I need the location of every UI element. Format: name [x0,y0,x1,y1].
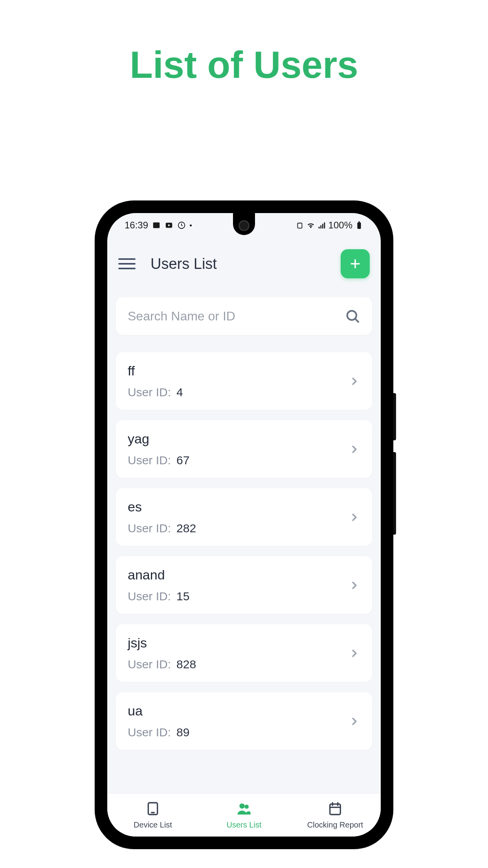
svg-rect-4 [297,223,302,228]
user-card[interactable]: jsjs User ID: 828 [116,624,372,682]
nav-label: Clocking Report [307,820,363,829]
user-id-value: 828 [176,658,196,671]
tablet-icon [145,801,161,818]
phone-notch [233,213,255,235]
nav-item-users-list[interactable]: Users List [198,794,290,837]
chevron-right-icon [349,715,360,727]
header-title: Users List [150,256,341,272]
nav-item-clocking-report[interactable]: Clocking Report [290,794,381,837]
svg-point-17 [239,804,244,809]
user-id-value: 15 [176,590,189,603]
svg-rect-9 [357,223,361,229]
svg-point-18 [244,805,249,809]
svg-rect-0 [153,223,160,228]
video-icon [165,221,173,230]
svg-rect-10 [358,221,360,223]
battery-icon [355,221,363,230]
user-card[interactable]: es User ID: 282 [116,488,372,546]
user-id-label: User ID: [128,658,171,671]
menu-button[interactable] [118,255,136,272]
nav-label: Users List [227,820,262,829]
user-card[interactable]: anand User ID: 15 [116,556,372,614]
chevron-right-icon [349,579,360,591]
user-name: yag [128,431,349,447]
svg-rect-5 [318,227,319,229]
svg-rect-7 [322,224,323,228]
user-id-value: 282 [176,522,196,535]
page-title: List of Users [0,43,488,86]
chevron-right-icon [349,443,360,455]
user-id-label: User ID: [128,386,171,399]
status-time: 16:39 [125,220,148,231]
users-list: ff User ID: 4 yag User ID: 67 es User ID… [107,352,381,793]
search-bar [116,297,372,335]
bottom-nav: Device ListUsers ListClocking Report [107,793,381,837]
battery-text: 100% [328,220,352,231]
nav-item-device-list[interactable]: Device List [107,794,198,837]
user-name: jsjs [128,635,349,651]
user-id-value: 89 [176,726,189,739]
sync-icon [177,221,186,230]
user-name: ff [128,363,349,379]
signal-icon [317,221,326,230]
status-dot [190,224,192,226]
user-id-label: User ID: [128,454,171,467]
chevron-right-icon [349,375,360,387]
user-card[interactable]: ff User ID: 4 [116,352,372,410]
phone-mockup: 16:39 [95,200,393,849]
add-user-button[interactable] [341,249,370,278]
nav-label: Device List [134,820,172,829]
svg-rect-8 [324,223,325,229]
svg-line-14 [356,319,359,322]
svg-rect-19 [330,804,341,815]
phone-side-button [393,452,396,535]
plus-icon [349,257,362,270]
image-icon [152,221,161,230]
chevron-right-icon [349,511,360,523]
user-name: anand [128,567,349,583]
alarm-icon [295,221,304,230]
phone-side-button [393,393,396,440]
users-icon [236,801,252,818]
user-id-value: 67 [176,454,189,467]
wifi-icon [306,221,315,230]
search-input[interactable] [128,309,345,324]
user-id-value: 4 [176,386,183,399]
user-id-label: User ID: [128,522,171,535]
calendar-icon [327,801,343,818]
user-id-label: User ID: [128,590,171,603]
user-card[interactable]: yag User ID: 67 [116,420,372,478]
user-card[interactable]: ua User ID: 89 [116,692,372,750]
chevron-right-icon [349,647,360,659]
user-id-label: User ID: [128,726,171,739]
app-header: Users List [107,237,381,290]
svg-rect-6 [320,225,321,228]
search-icon[interactable] [345,308,360,324]
user-name: ua [128,703,349,719]
user-name: es [128,499,349,515]
